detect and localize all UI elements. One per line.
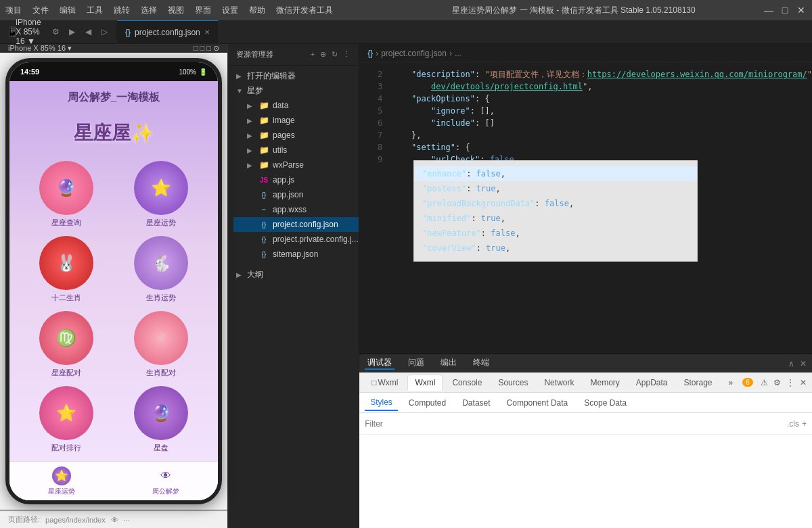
preview-icon[interactable]: ▶ — [65, 25, 78, 39]
refresh-icon[interactable]: ↻ — [332, 50, 338, 59]
tree-project[interactable]: ▼ 星梦 — [228, 83, 359, 98]
autocomplete-item[interactable]: "preloadBackgroundData": false, — [414, 196, 697, 211]
autocomplete-item[interactable]: "newFeature": false, — [414, 226, 697, 241]
menu-project[interactable]: 项目 — [5, 5, 22, 16]
debug-tab-issues[interactable]: 问题 — [405, 357, 427, 370]
dev-tab-wxml[interactable]: □ Wxml — [365, 375, 405, 390]
sub-tab-computed[interactable]: Computed — [403, 395, 451, 410]
nav-item-dream[interactable]: 👁 周公解梦 — [152, 466, 179, 496]
autocomplete-item[interactable]: "coverView": true, — [414, 241, 697, 256]
phone-app-grid[interactable]: 🔮 星座查询 ⭐ 星座运势 🐰 十二生肖 🐇 — [9, 153, 218, 461]
dev-tab-network[interactable]: Network — [537, 375, 581, 390]
open-editors-arrow[interactable]: ▶ — [236, 72, 247, 80]
tree-outline[interactable]: ▶ 大纲 — [228, 267, 359, 282]
debug-collapse-icon[interactable]: ∧ — [788, 359, 794, 368]
file-appjs[interactable]: JS app.js — [233, 172, 359, 187]
collapse-icon[interactable]: ⋮ — [343, 50, 351, 59]
folder-pages[interactable]: ▶ 📁 pages — [233, 128, 359, 143]
eye-icon[interactable]: 👁 — [111, 516, 118, 524]
filter-cls-button[interactable]: .cls — [787, 419, 799, 429]
debug-tab-output[interactable]: 编出 — [438, 357, 459, 370]
devtools-settings-icon[interactable]: ⚙ — [773, 378, 781, 387]
data-arrow[interactable]: ▶ — [247, 102, 258, 110]
explorer-icons[interactable]: + ⊕ ↻ ⋮ — [311, 50, 351, 59]
list-item[interactable]: 🐰 十二生肖 — [23, 236, 110, 303]
list-item[interactable]: 🐇 生肖运势 — [118, 236, 204, 303]
image-arrow[interactable]: ▶ — [247, 117, 258, 124]
debug-close-icon[interactable]: ✕ — [800, 359, 807, 368]
devtools-filter-bar[interactable]: .cls + — [359, 413, 812, 435]
menu-help[interactable]: 帮助 — [249, 5, 265, 16]
utils-arrow[interactable]: ▶ — [247, 147, 258, 154]
menu-bar[interactable]: 项目 文件 编辑 工具 跳转 选择 视图 界面 设置 帮助 微信开发者工具 — [5, 5, 384, 16]
devtools-icons[interactable]: ⚠ ⚙ ⋮ ✕ — [761, 378, 807, 387]
btn-star-disk[interactable]: 🔮 — [134, 386, 188, 440]
devtools-main-tabs[interactable]: □ Wxml Wxml Console Sources Network Memo… — [359, 373, 812, 393]
devtools-more-icon[interactable]: ⋮ — [786, 378, 794, 387]
list-item[interactable]: ⭐ 星座运势 — [118, 161, 204, 228]
autocomplete-item[interactable]: "postess": true, — [414, 181, 697, 196]
folder-utils[interactable]: ▶ 📁 utils — [233, 143, 359, 158]
sub-tab-dataset[interactable]: Dataset — [457, 395, 495, 410]
more-icon[interactable]: ··· — [124, 516, 130, 524]
sub-tab-component-data[interactable]: Component Data — [501, 395, 574, 410]
project-arrow[interactable]: ▼ — [236, 87, 247, 95]
folder-data[interactable]: ▶ 📁 data — [233, 98, 359, 113]
tab-close-button[interactable]: ✕ — [204, 28, 210, 36]
nav-item-star[interactable]: ⭐ 星座运势 — [48, 466, 75, 496]
back-icon[interactable]: ◀ — [81, 25, 95, 39]
list-item[interactable]: 🔮 星座查询 — [23, 161, 110, 228]
folder-wxparse[interactable]: ▶ 📁 wxParse — [233, 158, 359, 172]
new-folder-icon[interactable]: ⊕ — [320, 50, 326, 59]
filter-input[interactable] — [365, 419, 787, 429]
menu-settings[interactable]: 设置 — [222, 5, 238, 16]
forward-icon[interactable]: ▷ — [97, 25, 111, 39]
nav-star-icon[interactable]: ⭐ — [52, 466, 71, 485]
devtools-warning-icon[interactable]: ⚠ — [761, 378, 768, 387]
minimize-button[interactable]: — — [763, 5, 774, 16]
outline-arrow[interactable]: ▶ — [236, 271, 247, 279]
list-item[interactable]: ♍ 星座配对 — [23, 311, 110, 378]
menu-edit[interactable]: 编辑 — [60, 5, 76, 16]
menu-interface[interactable]: 界面 — [195, 5, 211, 16]
folder-image[interactable]: ▶ 📁 image — [233, 113, 359, 128]
menu-jump[interactable]: 跳转 — [114, 5, 130, 16]
menu-tool[interactable]: 工具 — [87, 5, 103, 16]
devtools-close2-icon[interactable]: ✕ — [800, 378, 807, 387]
menu-wechat[interactable]: 微信开发者工具 — [276, 5, 333, 16]
dev-tab-sources[interactable]: Console — [445, 375, 489, 390]
file-projectprivate[interactable]: {} project.private.config.j... — [233, 232, 359, 247]
new-file-icon[interactable]: + — [311, 50, 315, 59]
file-appwxss[interactable]: ~ app.wxss — [233, 202, 359, 217]
btn-match-rank[interactable]: ⭐ — [39, 386, 93, 440]
btn-zodiac-match[interactable]: ♂ — [134, 311, 188, 365]
menu-select[interactable]: 选择 — [141, 5, 157, 16]
debug-tab-debugger[interactable]: 调试器 — [365, 357, 394, 370]
devtools-subtabs[interactable]: Styles Computed Dataset Component Data S… — [359, 393, 812, 413]
autocomplete-item[interactable]: "enhance": false, — [414, 166, 697, 181]
compile-icon[interactable]: ⚙ — [49, 25, 62, 39]
file-projectconfig[interactable]: {} project.config.json — [233, 217, 359, 232]
window-controls[interactable]: — □ ✕ — [763, 5, 807, 16]
btn-star-fortune[interactable]: ⭐ — [134, 161, 188, 215]
dev-tab-appdata[interactable]: AppData — [629, 375, 675, 390]
debug-controls[interactable]: ∧ ✕ — [788, 359, 807, 368]
sub-tab-styles[interactable]: Styles — [365, 395, 398, 411]
maximize-button[interactable]: □ — [780, 5, 790, 16]
debug-tabs[interactable]: 调试器 问题 编出 终端 — [365, 357, 492, 370]
close-button[interactable]: ✕ — [796, 5, 807, 16]
menu-view[interactable]: 视图 — [168, 5, 184, 16]
menu-file[interactable]: 文件 — [32, 5, 49, 16]
wxparse-arrow[interactable]: ▶ — [247, 162, 258, 169]
btn-star-query[interactable]: 🔮 — [39, 161, 93, 215]
btn-zodiac[interactable]: 🐰 — [39, 236, 93, 290]
dev-tab-sources2[interactable]: Sources — [491, 375, 535, 390]
list-item[interactable]: 🔮 星盘 — [118, 386, 204, 453]
tab-project-config[interactable]: {} project.config.json ✕ — [117, 20, 219, 44]
tree-open-editors[interactable]: ▶ 打开的编辑器 — [228, 68, 359, 83]
file-appjson[interactable]: {} app.json — [233, 187, 359, 202]
btn-zodiac-fortune[interactable]: 🐇 — [134, 236, 188, 290]
list-item[interactable]: ♂ 生肖配对 — [118, 311, 204, 378]
pages-arrow[interactable]: ▶ — [247, 132, 258, 139]
nav-dream-icon[interactable]: 👁 — [156, 466, 175, 485]
